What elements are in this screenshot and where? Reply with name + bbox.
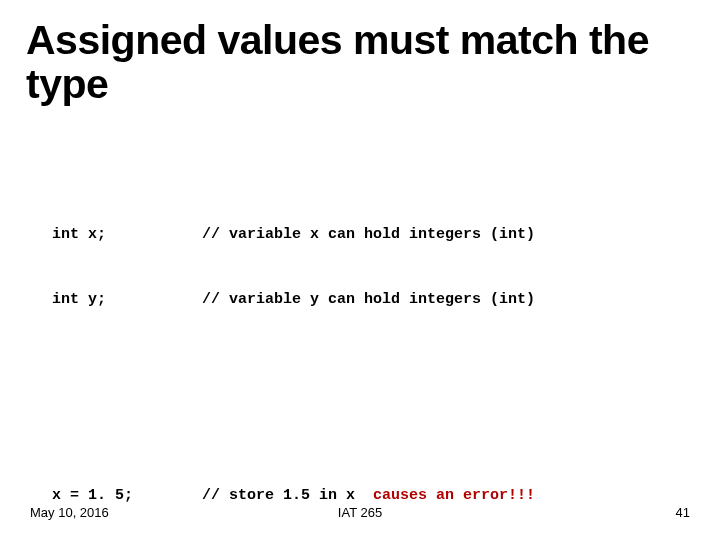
- code-line: int x;// variable x can hold integers (i…: [52, 224, 694, 246]
- code-statement: x = 1. 5;: [52, 485, 202, 507]
- footer-page-number: 41: [676, 505, 690, 520]
- code-line: int y;// variable y can hold integers (i…: [52, 289, 694, 311]
- footer-course: IAT 265: [338, 505, 382, 520]
- footer-date: May 10, 2016: [30, 505, 109, 520]
- code-block-declarations: int x;// variable x can hold integers (i…: [52, 180, 694, 354]
- code-area: int x;// variable x can hold integers (i…: [26, 137, 694, 540]
- slide-title: Assigned values must match the type: [26, 18, 694, 107]
- code-line: x = 1. 5;// store 1.5 in x causes an err…: [52, 485, 694, 507]
- code-comment: // store 1.5 in x: [202, 487, 373, 504]
- code-declaration: int x;: [52, 224, 202, 246]
- code-block-assignments: x = 1. 5;// store 1.5 in x causes an err…: [52, 441, 694, 540]
- code-comment: // variable x can hold integers (int): [202, 226, 535, 243]
- slide: Assigned values must match the type int …: [0, 0, 720, 540]
- slide-footer: May 10, 2016 IAT 265 41: [0, 505, 720, 520]
- code-declaration: int y;: [52, 289, 202, 311]
- error-text: causes an error!!!: [373, 487, 535, 504]
- code-comment: // variable y can hold integers (int): [202, 291, 535, 308]
